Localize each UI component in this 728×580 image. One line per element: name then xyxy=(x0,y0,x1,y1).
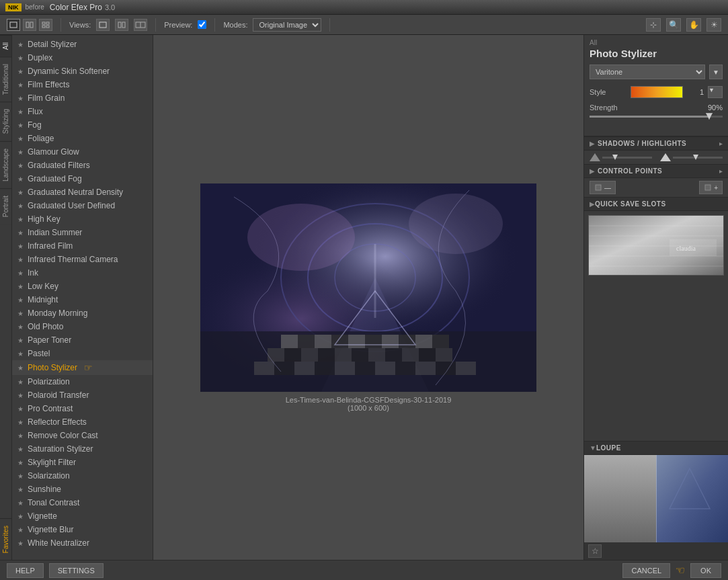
star-icon[interactable]: ★ xyxy=(17,499,24,507)
star-icon[interactable]: ★ xyxy=(17,459,24,466)
list-item[interactable]: ★Old Photo xyxy=(12,320,153,333)
star-icon[interactable]: ★ xyxy=(17,392,24,399)
settings-button[interactable]: SETTINGS xyxy=(49,563,104,578)
star-icon[interactable]: ★ xyxy=(17,149,24,156)
shadows-thumb[interactable] xyxy=(612,155,618,160)
preview-checkbox[interactable] xyxy=(198,20,206,29)
shadows-highlights-header[interactable]: ▶ SHADOWS / HIGHLIGHTS ▸ xyxy=(584,136,728,151)
view-split[interactable] xyxy=(134,19,147,31)
style-dropdown[interactable]: ▼ xyxy=(708,86,723,98)
cancel-button[interactable]: CANCEL xyxy=(622,563,670,578)
list-item[interactable]: ★Glamour Glow xyxy=(12,145,153,159)
star-icon[interactable]: ★ xyxy=(17,296,24,304)
star-icon[interactable]: ★ xyxy=(17,243,24,250)
view-btn-single[interactable] xyxy=(7,19,20,31)
star-icon[interactable]: ★ xyxy=(17,323,24,331)
view-btn-grid[interactable] xyxy=(23,19,36,31)
list-item[interactable]: ★Dynamic Skin Softener xyxy=(12,65,153,78)
tab-stylizing[interactable]: Stylizing xyxy=(0,101,11,140)
star-icon[interactable]: ★ xyxy=(17,378,24,386)
star-icon[interactable]: ★ xyxy=(17,283,24,290)
list-item[interactable]: ★Polaroid Transfer xyxy=(12,388,153,402)
star-icon[interactable]: ★ xyxy=(17,432,24,440)
star-icon[interactable]: ★ xyxy=(17,486,24,493)
star-icon[interactable]: ★ xyxy=(17,81,24,89)
highlights-slider[interactable] xyxy=(660,153,723,161)
shadows-slider[interactable] xyxy=(590,153,652,161)
list-item[interactable]: ★Detail Stylizer xyxy=(12,38,153,51)
list-item[interactable]: ★Sunshine xyxy=(12,483,153,496)
list-item[interactable]: ★Monday Morning xyxy=(12,306,153,320)
list-item[interactable]: ★Vignette xyxy=(12,509,153,523)
star-icon[interactable]: ★ xyxy=(17,54,24,62)
star-icon[interactable]: ★ xyxy=(17,122,24,129)
star-icon[interactable]: ★ xyxy=(17,419,24,426)
tab-landscape[interactable]: Landscape xyxy=(0,141,11,188)
tab-portrait[interactable]: Portrait xyxy=(0,188,11,224)
star-icon[interactable]: ★ xyxy=(17,310,24,317)
list-item[interactable]: ★Film Grain xyxy=(12,91,153,105)
star-icon[interactable]: ★ xyxy=(17,526,24,534)
star-icon[interactable]: ★ xyxy=(17,95,24,102)
list-item[interactable]: ★Graduated Fog xyxy=(12,172,153,185)
list-item[interactable]: ★Skylight Filter xyxy=(12,456,153,469)
star-icon[interactable]: ★ xyxy=(17,68,24,75)
star-icon[interactable]: ★ xyxy=(17,337,24,344)
tab-traditional[interactable]: Traditional xyxy=(0,56,11,101)
list-item[interactable]: ★Flux xyxy=(12,105,153,118)
preset-menu-btn[interactable]: ▼ xyxy=(709,65,723,79)
list-item[interactable]: ★Graduated Filters xyxy=(12,159,153,172)
list-item[interactable]: ★Low Key xyxy=(12,280,153,293)
list-item[interactable]: ★Film Effects xyxy=(12,78,153,91)
list-item[interactable]: ★Saturation Stylizer xyxy=(12,442,153,456)
highlights-thumb[interactable] xyxy=(693,155,698,160)
list-item[interactable]: ★White Neutralizer xyxy=(12,536,153,550)
star-icon[interactable]: ★ xyxy=(17,108,24,116)
selection-tool-btn[interactable]: ⊹ xyxy=(646,18,661,32)
list-item[interactable]: ★High Key xyxy=(12,212,153,226)
star-icon[interactable]: ★ xyxy=(17,175,24,183)
list-item[interactable]: ★Tonal Contrast xyxy=(12,496,153,509)
star-icon[interactable]: ★ xyxy=(17,405,24,413)
star-icon[interactable]: ★ xyxy=(17,162,24,169)
star-icon[interactable]: ★ xyxy=(17,446,24,453)
info-tool-btn[interactable]: ☀ xyxy=(706,18,721,32)
zoom-tool-btn[interactable]: 🔍 xyxy=(666,18,681,32)
star-icon[interactable]: ★ xyxy=(17,135,24,142)
list-item[interactable]: ★Remove Color Cast xyxy=(12,429,153,442)
star-icon[interactable]: ★ xyxy=(17,364,24,372)
list-item[interactable]: ★Vignette Blur xyxy=(12,523,153,536)
view-single[interactable] xyxy=(96,19,110,31)
star-icon[interactable]: ★ xyxy=(17,540,24,547)
list-item[interactable]: ★Ink xyxy=(12,266,153,280)
cp-remove-btn[interactable]: + xyxy=(699,181,723,194)
list-item[interactable]: ★Foliage xyxy=(12,132,153,145)
list-item[interactable]: ★Fog xyxy=(12,118,153,132)
help-button[interactable]: HELP xyxy=(7,563,44,578)
list-item[interactable]: ★Pastel xyxy=(12,347,153,360)
list-item[interactable]: ★Midnight xyxy=(12,293,153,306)
list-item[interactable]: ★Duplex xyxy=(12,51,153,65)
tab-all[interactable]: All xyxy=(0,35,11,56)
list-item[interactable]: ★Graduated Neutral Density xyxy=(12,185,153,199)
view-btn-compare[interactable] xyxy=(39,19,52,31)
modes-select[interactable]: Original Image xyxy=(253,18,321,32)
view-side[interactable] xyxy=(115,19,128,31)
preset-select[interactable]: Varitone xyxy=(590,65,705,79)
star-icon[interactable]: ★ xyxy=(17,189,24,196)
star-icon[interactable]: ★ xyxy=(17,513,24,520)
loupe-header[interactable]: ▼ LOUPE xyxy=(584,442,728,455)
star-icon[interactable]: ★ xyxy=(17,256,24,263)
quick-save-header[interactable]: ▶ QUICK SAVE SLOTS xyxy=(584,197,728,211)
list-item[interactable]: ★Reflector Effects xyxy=(12,415,153,429)
list-item[interactable]: ★Graduated User Defined xyxy=(12,199,153,212)
list-item[interactable]: ★Infrared Film xyxy=(12,239,153,253)
star-icon[interactable]: ★ xyxy=(17,229,24,237)
star-icon[interactable]: ★ xyxy=(17,216,24,223)
list-item[interactable]: ★Pro Contrast xyxy=(12,402,153,415)
star-icon[interactable]: ★ xyxy=(17,202,24,210)
strength-slider[interactable] xyxy=(590,116,723,126)
pan-tool-btn[interactable]: ✋ xyxy=(686,18,701,32)
cp-add-btn[interactable]: — xyxy=(590,181,616,194)
control-points-header[interactable]: ▶ CONTROL POINTS ▸ xyxy=(584,164,728,178)
